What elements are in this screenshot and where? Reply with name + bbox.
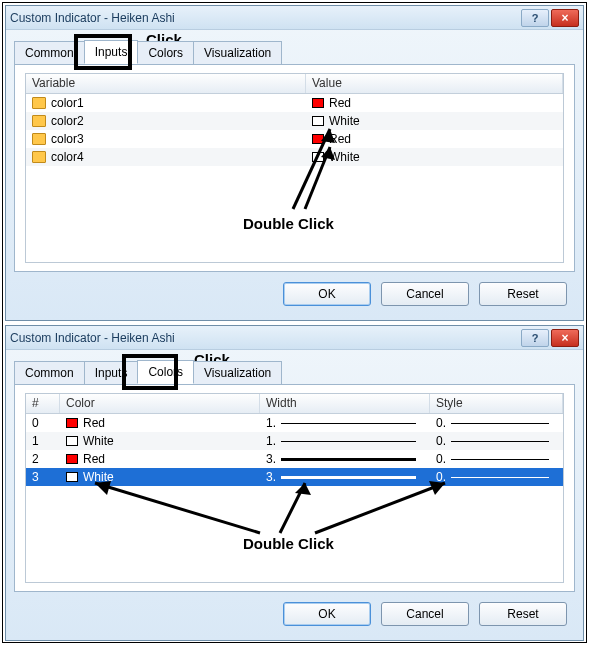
width-label: 3.	[266, 452, 276, 466]
row-num: 2	[32, 452, 39, 466]
color-swatch-icon	[66, 436, 78, 446]
cancel-button[interactable]: Cancel	[381, 282, 469, 306]
window-title: Custom Indicator - Heiken Ashi	[10, 11, 519, 25]
ok-button[interactable]: OK	[283, 282, 371, 306]
tab-common[interactable]: Common	[14, 361, 85, 384]
color-swatch-icon	[66, 454, 78, 464]
tab-inputs[interactable]: Inputs	[84, 361, 139, 384]
button-row: OK Cancel Reset	[6, 592, 583, 636]
list-row[interactable]: color4 White	[26, 148, 563, 166]
color-swatch-icon	[66, 418, 78, 428]
colors-list: # Color Width Style 0 Red 1. 0. 1 White …	[25, 393, 564, 583]
dialog-inputs: Custom Indicator - Heiken Ashi ? × Click…	[5, 5, 584, 321]
dialog-colors: Custom Indicator - Heiken Ashi ? × Click…	[5, 325, 584, 641]
value-label: White	[329, 150, 360, 164]
color-label: Red	[83, 416, 105, 430]
style-label: 0.	[436, 470, 446, 484]
window-title: Custom Indicator - Heiken Ashi	[10, 331, 519, 345]
tab-inputs[interactable]: Inputs	[84, 40, 139, 64]
close-button[interactable]: ×	[551, 9, 579, 27]
help-button[interactable]: ?	[521, 329, 549, 347]
variable-icon	[32, 133, 46, 145]
ok-button[interactable]: OK	[283, 602, 371, 626]
line-sample-icon	[281, 458, 416, 461]
color-swatch-icon	[312, 98, 324, 108]
tab-strip: Common Inputs Colors Visualization	[14, 358, 575, 384]
column-headers: # Color Width Style	[26, 394, 563, 414]
line-sample-icon	[281, 423, 416, 424]
value-label: Red	[329, 96, 351, 110]
style-label: 0.	[436, 452, 446, 466]
close-button[interactable]: ×	[551, 329, 579, 347]
variable-name: color2	[51, 114, 84, 128]
row-num: 0	[32, 416, 39, 430]
reset-button[interactable]: Reset	[479, 282, 567, 306]
row-num: 1	[32, 434, 39, 448]
variable-icon	[32, 115, 46, 127]
width-label: 3.	[266, 470, 276, 484]
list-row[interactable]: 2 Red 3. 0.	[26, 450, 563, 468]
list-row[interactable]: color1 Red	[26, 94, 563, 112]
color-swatch-icon	[66, 472, 78, 482]
value-label: White	[329, 114, 360, 128]
header-variable[interactable]: Variable	[26, 74, 306, 93]
tab-panel-inputs: Variable Value color1 Red color2 White c…	[14, 64, 575, 272]
tab-common[interactable]: Common	[14, 41, 85, 64]
row-num: 3	[32, 470, 39, 484]
line-sample-icon	[281, 441, 416, 442]
header-width[interactable]: Width	[260, 394, 430, 413]
header-num[interactable]: #	[26, 394, 60, 413]
tab-visualization[interactable]: Visualization	[193, 41, 282, 64]
color-swatch-icon	[312, 152, 324, 162]
tab-colors[interactable]: Colors	[137, 41, 194, 64]
color-label: White	[83, 470, 114, 484]
titlebar[interactable]: Custom Indicator - Heiken Ashi ? ×	[6, 6, 583, 30]
header-style[interactable]: Style	[430, 394, 563, 413]
color-swatch-icon	[312, 134, 324, 144]
color-label: White	[83, 434, 114, 448]
button-row: OK Cancel Reset	[6, 272, 583, 316]
style-label: 0.	[436, 434, 446, 448]
list-row[interactable]: 1 White 1. 0.	[26, 432, 563, 450]
tab-visualization[interactable]: Visualization	[193, 361, 282, 384]
list-row-selected[interactable]: 3 White 3. 0.	[26, 468, 563, 486]
inputs-list: Variable Value color1 Red color2 White c…	[25, 73, 564, 263]
width-label: 1.	[266, 434, 276, 448]
column-headers: Variable Value	[26, 74, 563, 94]
variable-icon	[32, 97, 46, 109]
width-label: 1.	[266, 416, 276, 430]
help-button[interactable]: ?	[521, 9, 549, 27]
variable-name: color4	[51, 150, 84, 164]
variable-icon	[32, 151, 46, 163]
value-label: Red	[329, 132, 351, 146]
line-sample-icon	[281, 476, 416, 479]
line-sample-icon	[451, 423, 549, 424]
style-label: 0.	[436, 416, 446, 430]
color-label: Red	[83, 452, 105, 466]
cancel-button[interactable]: Cancel	[381, 602, 469, 626]
variable-name: color1	[51, 96, 84, 110]
titlebar[interactable]: Custom Indicator - Heiken Ashi ? ×	[6, 326, 583, 350]
header-color[interactable]: Color	[60, 394, 260, 413]
list-row[interactable]: color3 Red	[26, 130, 563, 148]
tab-strip: Common Inputs Colors Visualization	[14, 38, 575, 64]
line-sample-icon	[451, 441, 549, 442]
line-sample-icon	[451, 459, 549, 460]
header-value[interactable]: Value	[306, 74, 563, 93]
variable-name: color3	[51, 132, 84, 146]
reset-button[interactable]: Reset	[479, 602, 567, 626]
tab-panel-colors: # Color Width Style 0 Red 1. 0. 1 White …	[14, 384, 575, 592]
tab-colors[interactable]: Colors	[137, 360, 194, 384]
color-swatch-icon	[312, 116, 324, 126]
line-sample-icon	[451, 477, 549, 478]
list-row[interactable]: color2 White	[26, 112, 563, 130]
list-row[interactable]: 0 Red 1. 0.	[26, 414, 563, 432]
